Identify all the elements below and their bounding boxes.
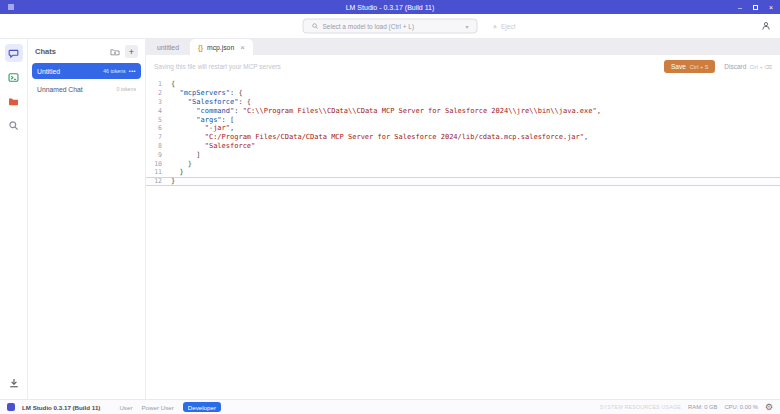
discard-label: Discard [724,63,746,70]
model-select-dropdown[interactable]: Select a model to load (Ctrl + L) ▾ [303,19,478,34]
nav-rail [0,39,28,399]
chat-token-count: 46 tokens [103,68,126,74]
tab-untitled[interactable]: untitled [146,39,190,55]
app-version-label: LM Studio 0.3.17 (Build 11) [22,404,100,411]
terminal-icon [8,72,19,83]
editor-line[interactable]: 2 "mcpServers": { [146,89,780,98]
eject-icon [492,23,498,29]
editor-line[interactable]: 7 "C:/Program Files/CData/CData MCP Serv… [146,133,780,142]
window-body: Chats + Untitled 46 tokens ••• Unnamed C… [0,39,780,399]
model-select-label: Select a model to load (Ctrl + L) [323,23,415,30]
line-number: 12 [146,177,171,185]
code-editor[interactable]: 1{2 "mcpServers": {3 "Salesforce": {4 "c… [146,78,780,399]
line-code: } [171,160,192,168]
minimize-button[interactable]: – [738,4,742,11]
folder-icon [8,96,19,107]
eject-label: Eject [501,23,515,30]
line-number: 4 [146,107,171,115]
top-toolbar: Select a model to load (Ctrl + L) ▾ Ejec… [0,14,780,39]
line-number: 5 [146,116,171,124]
tab-mcp-json[interactable]: {} mcp.json × [190,39,253,55]
editor-line[interactable]: 11 } [146,168,780,177]
save-notification-bar: Saving this file will restart your MCP s… [146,55,780,78]
editor-line[interactable]: 9 ] [146,150,780,159]
nav-chat-button[interactable] [5,44,23,62]
line-number: 11 [146,168,171,176]
chevron-down-icon: ▾ [465,23,468,30]
line-number: 2 [146,89,171,97]
editor-line[interactable]: 8 "Salesforce" [146,142,780,151]
window-controls: – × [738,4,773,11]
chat-token-count: 0 tokens [116,86,136,92]
search-icon [312,23,319,30]
statusbar-right: SYSTEM RESOURCES USAGE RAM: 0 GB CPU: 0.… [600,403,773,412]
download-icon [8,377,20,389]
line-code: "args": [ [171,116,234,124]
chat-list-item-unnamed[interactable]: Unnamed Chat 0 tokens [32,81,141,97]
notification-message: Saving this file will restart your MCP s… [154,63,281,70]
tab-label: untitled [157,44,179,51]
line-code: "C:/Program Files/CData/CData MCP Server… [171,133,588,141]
new-chat-button[interactable]: + [125,45,138,58]
chats-header: Chats + [28,41,145,62]
window-title: LM Studio - 0.3.17 (Build 11) [346,4,435,11]
chat-options-icon[interactable]: ••• [129,68,136,74]
title-bar: LM Studio - 0.3.17 (Build 11) – × [0,0,780,14]
line-number: 3 [146,98,171,106]
save-button[interactable]: Save Ctrl + S [664,60,715,73]
save-shortcut-hint: Ctrl + S [690,64,709,70]
nav-developer-button[interactable] [5,68,23,86]
editor-line[interactable]: 12} [146,177,780,186]
person-icon [761,21,771,31]
discard-shortcut-hint: Ctrl + ⌫ [749,64,772,70]
line-code: } [171,168,184,176]
line-code: "-jar", [171,124,234,132]
editor-line[interactable]: 10 } [146,159,780,168]
user-profile-button[interactable] [761,21,771,31]
line-code: "Salesforce": { [171,98,251,106]
mode-user[interactable]: User [119,404,132,411]
app-menu-icon[interactable] [7,3,15,12]
settings-gear-icon[interactable]: ⚙ [765,403,773,412]
chat-list-item-untitled[interactable]: Untitled 46 tokens ••• [32,63,141,79]
line-code: "mcpServers": { [171,89,243,97]
editor-line[interactable]: 6 "-jar", [146,124,780,133]
maximize-button[interactable] [753,5,758,10]
chats-title: Chats [35,47,105,56]
line-number: 10 [146,160,171,168]
nav-my-models-button[interactable] [5,92,23,110]
notification-actions: Save Ctrl + S Discard Ctrl + ⌫ [664,60,772,73]
eject-button[interactable]: Eject [492,23,515,30]
line-code: { [171,80,175,88]
json-file-icon: {} [198,44,203,51]
mode-developer[interactable]: Developer [183,402,221,412]
save-label: Save [671,63,686,70]
downloads-button[interactable] [5,374,23,392]
ram-usage: RAM: 0 GB [688,404,717,410]
magnifier-icon [8,120,19,131]
tab-close-icon[interactable]: × [240,43,245,52]
new-folder-button[interactable] [110,47,120,57]
tab-bar: untitled {} mcp.json × [146,39,780,55]
editor-line[interactable]: 4 "command": "C:\\Program Files\\CData\\… [146,106,780,115]
editor-line[interactable]: 3 "Salesforce": { [146,98,780,107]
tab-label: mcp.json [207,44,234,51]
line-code: "Salesforce" [171,142,255,150]
chat-name: Untitled [37,68,100,75]
editor-line[interactable]: 1{ [146,80,780,89]
chat-name: Unnamed Chat [37,86,113,93]
main-area: untitled {} mcp.json × Saving this file … [146,39,780,399]
chat-bubble-icon [8,48,19,59]
mode-switcher: User Power User Developer [119,402,221,412]
editor-line[interactable]: 5 "args": [ [146,115,780,124]
lm-studio-window: LM Studio - 0.3.17 (Build 11) – × Select… [0,0,780,414]
discard-button[interactable]: Discard Ctrl + ⌫ [724,63,772,70]
status-bar: LM Studio 0.3.17 (Build 11) User Power U… [0,399,780,414]
nav-discover-button[interactable] [5,116,23,134]
close-button[interactable]: × [769,4,773,11]
chats-panel: Chats + Untitled 46 tokens ••• Unnamed C… [28,39,146,399]
app-logo [7,403,15,411]
line-code: } [171,177,175,185]
folder-plus-icon [110,47,120,57]
mode-power-user[interactable]: Power User [141,404,173,411]
